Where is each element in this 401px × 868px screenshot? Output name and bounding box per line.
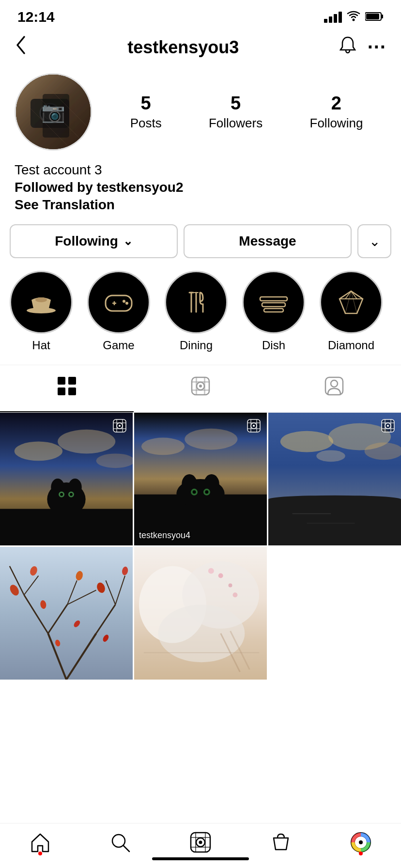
highlights-row: Hat Game Dining [0, 263, 401, 360]
svg-point-91 [316, 450, 345, 462]
top-nav: testkensyou3 ··· [0, 30, 401, 64]
svg-rect-45 [204, 377, 205, 395]
highlight-game-label: Game [103, 339, 134, 352]
reels-icon [190, 376, 211, 401]
bio-name: Test account 3 [15, 162, 386, 178]
svg-rect-2 [381, 15, 383, 18]
grid-label-2: testkensyou4 [139, 530, 190, 541]
svg-point-88 [280, 431, 333, 452]
svg-point-7 [40, 104, 60, 123]
reel-badge-3 [381, 418, 395, 436]
svg-rect-24 [260, 297, 287, 301]
status-time: 12:14 [17, 9, 55, 25]
grid-item-4[interactable] [0, 547, 133, 680]
svg-point-78 [205, 490, 208, 494]
nav-profile[interactable] [350, 831, 372, 853]
highlight-hat-circle [10, 271, 73, 334]
svg-rect-36 [68, 377, 76, 385]
profile-notification-dot [359, 852, 363, 855]
highlight-diamond-label: Diamond [328, 339, 374, 352]
content-tabs [0, 365, 401, 413]
highlight-diamond[interactable]: Diamond [320, 271, 383, 352]
svg-point-70 [185, 429, 237, 450]
notification-bell-icon[interactable] [339, 36, 356, 59]
nav-search[interactable] [109, 831, 131, 853]
svg-point-136 [112, 835, 125, 847]
svg-rect-92 [268, 499, 401, 545]
search-icon [109, 831, 131, 853]
stat-posts[interactable]: 5 Posts [130, 93, 162, 131]
shop-icon [270, 831, 292, 853]
tab-grid[interactable] [0, 365, 134, 412]
see-translation-button[interactable]: See Translation [15, 197, 386, 213]
highlight-game[interactable]: Game [87, 271, 150, 352]
highlight-dish[interactable]: Dish [242, 271, 305, 352]
tab-tagged[interactable] [267, 365, 401, 412]
svg-point-93 [268, 496, 401, 503]
svg-point-58 [70, 493, 73, 496]
followers-label: Followers [209, 116, 262, 131]
more-options-icon[interactable]: ··· [368, 36, 386, 58]
highlight-dining-label: Dining [180, 339, 213, 352]
svg-point-19 [125, 302, 128, 305]
svg-point-50 [58, 430, 115, 454]
svg-rect-26 [264, 309, 283, 312]
svg-rect-38 [68, 388, 76, 395]
grid-item-2[interactable]: testkensyou4 [134, 413, 267, 545]
svg-rect-43 [192, 389, 209, 391]
svg-rect-25 [262, 303, 285, 307]
grid-item-1[interactable] [0, 413, 133, 545]
highlight-hat[interactable]: Hat [10, 271, 73, 352]
svg-point-18 [123, 300, 125, 303]
svg-rect-59 [0, 509, 133, 545]
svg-rect-44 [196, 377, 197, 395]
svg-point-77 [193, 490, 196, 494]
followed-by-user[interactable]: testkensyou2 [97, 180, 184, 195]
status-bar: 12:14 [0, 0, 401, 30]
reel-badge-1 [112, 418, 127, 436]
highlight-dining[interactable]: Dining [165, 271, 228, 352]
message-button[interactable]: Message [184, 224, 352, 258]
posts-label: Posts [130, 116, 162, 131]
svg-point-82 [253, 425, 255, 427]
svg-point-149 [359, 840, 363, 844]
bio-followed-by: Followed by testkensyou2 [15, 180, 386, 195]
svg-point-140 [199, 841, 202, 844]
grid-item-5[interactable] [134, 547, 267, 680]
signal-icon [324, 12, 342, 23]
profile-nav-icon [350, 831, 372, 853]
nav-home[interactable] [29, 831, 51, 853]
tagged-icon [324, 376, 344, 401]
avatar[interactable] [15, 73, 92, 151]
svg-point-99 [387, 425, 389, 427]
following-label: Following [310, 116, 363, 131]
svg-point-41 [199, 385, 202, 388]
battery-icon [365, 10, 384, 25]
following-button[interactable]: Following ⌄ [10, 224, 178, 258]
stat-following[interactable]: 2 Following [310, 93, 363, 131]
nav-shop[interactable] [270, 831, 292, 853]
dropdown-button[interactable]: ⌄ [357, 224, 391, 258]
highlight-game-circle [87, 271, 150, 334]
svg-point-49 [15, 442, 62, 461]
svg-point-131 [208, 568, 214, 574]
home-icon [29, 831, 51, 853]
stat-followers[interactable]: 5 Followers [209, 93, 262, 131]
followers-count: 5 [231, 93, 241, 114]
profile-username: testkensyou3 [127, 37, 239, 58]
nav-reels[interactable] [189, 831, 212, 853]
svg-point-132 [233, 592, 238, 597]
status-icons [324, 10, 384, 25]
grid-item-3[interactable] [268, 413, 401, 545]
highlight-dish-label: Dish [262, 339, 285, 352]
following-count: 2 [331, 93, 341, 114]
grid-icon [57, 376, 77, 401]
tab-reels[interactable] [134, 365, 267, 412]
highlight-dish-circle [242, 271, 305, 334]
nav-icons: ··· [339, 36, 386, 59]
back-button[interactable] [15, 35, 27, 60]
svg-rect-3 [366, 14, 379, 19]
bio-section: Test account 3 Followed by testkensyou2 … [0, 159, 401, 219]
svg-rect-9 [43, 94, 69, 138]
svg-point-63 [119, 425, 121, 427]
